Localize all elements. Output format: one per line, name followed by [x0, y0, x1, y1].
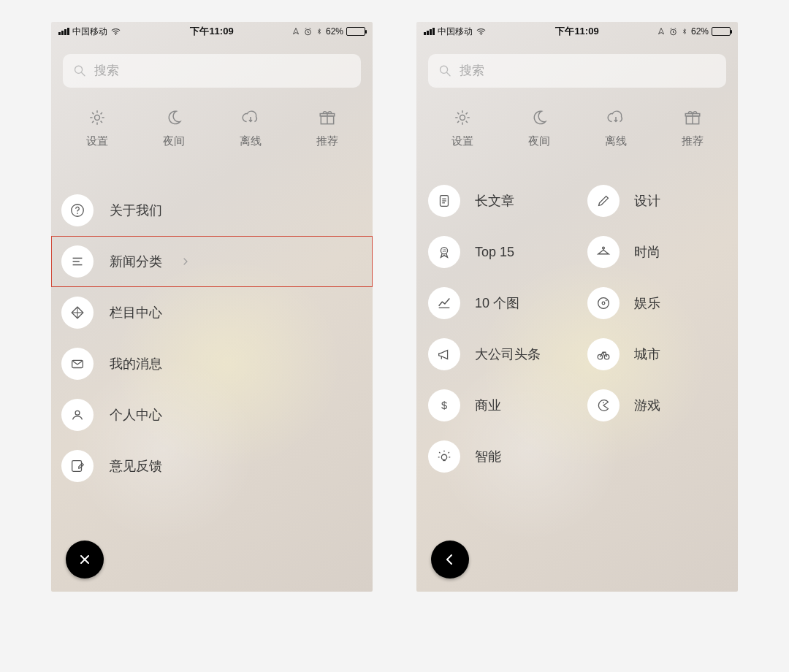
cat-label: 智能 — [475, 448, 501, 465]
cat-long-article[interactable]: 长文章 — [418, 185, 577, 217]
cat-label: Top 15 — [475, 245, 514, 260]
action-label: 推荐 — [316, 134, 338, 148]
action-settings[interactable]: 设置 — [86, 108, 108, 148]
cat-label: 娱乐 — [634, 294, 660, 312]
status-bar: 中国移动 下午11:09 62% — [416, 22, 738, 39]
diamond-icon — [61, 297, 94, 329]
moon-icon — [530, 108, 549, 127]
menu-label: 意见反馈 — [110, 457, 162, 475]
menu-label: 栏目中心 — [110, 304, 162, 321]
list-icon — [61, 245, 94, 278]
menu-label: 新闻分类 — [110, 253, 162, 270]
chevron-left-icon — [441, 551, 459, 568]
menu-columns[interactable]: 栏目中心 — [51, 287, 373, 338]
cat-10pics[interactable]: 10 个图 — [418, 287, 577, 319]
clock: 下午11:09 — [51, 25, 373, 38]
cat-label: 城市 — [634, 345, 660, 363]
close-icon — [76, 551, 94, 568]
menu-label: 个人中心 — [110, 406, 162, 424]
cat-entertainment[interactable]: 娱乐 — [577, 287, 736, 319]
highlight-box — [51, 236, 373, 287]
cat-fashion[interactable]: 时尚 — [577, 236, 736, 268]
cloud-download-icon — [606, 108, 625, 127]
moon-icon — [164, 108, 183, 127]
cat-smart[interactable]: 智能 — [418, 440, 577, 473]
gear-icon — [453, 108, 472, 127]
phone-right: 中国移动 下午11:09 62% 设置 夜间 离线 推荐 — [416, 22, 738, 592]
cloud-download-icon — [241, 108, 260, 127]
bike-icon — [587, 338, 620, 370]
action-label: 离线 — [240, 134, 262, 148]
search-input[interactable] — [94, 64, 351, 78]
search-icon — [438, 64, 452, 78]
action-offline[interactable]: 离线 — [605, 108, 627, 148]
action-label: 离线 — [605, 134, 627, 148]
menu-about[interactable]: 关于我们 — [51, 185, 373, 236]
action-label: 推荐 — [682, 134, 704, 148]
menu-messages[interactable]: 我的消息 — [51, 338, 373, 389]
cat-label: 时尚 — [634, 243, 660, 261]
question-icon — [61, 194, 94, 226]
cat-top15[interactable]: Top 15 — [418, 236, 577, 268]
cat-label: 10 个图 — [475, 294, 519, 312]
cat-label: 长文章 — [475, 192, 514, 210]
pacman-icon — [587, 389, 620, 421]
disc-icon — [587, 287, 620, 319]
cat-game[interactable]: 游戏 — [577, 389, 736, 421]
search-bar[interactable] — [428, 54, 726, 88]
document-icon — [428, 185, 460, 217]
search-input[interactable] — [460, 64, 717, 78]
search-icon — [73, 64, 87, 78]
gear-icon — [88, 108, 107, 127]
clock: 下午11:09 — [416, 25, 738, 38]
dollar-icon — [428, 389, 460, 421]
menu-list: 关于我们 新闻分类 栏目中心 我的消息 个人中心 意见反馈 — [51, 185, 373, 492]
cat-city[interactable]: 城市 — [577, 338, 736, 370]
action-label: 夜间 — [163, 134, 185, 148]
menu-label: 我的消息 — [110, 355, 162, 373]
mail-icon — [61, 348, 94, 380]
action-night[interactable]: 夜间 — [163, 108, 185, 148]
category-grid: 长文章 设计 Top 15 时尚 10 个图 娱乐 大公司头条 城市 — [418, 185, 736, 473]
gift-icon — [318, 108, 337, 127]
hanger-icon — [587, 236, 620, 268]
cat-design[interactable]: 设计 — [577, 185, 736, 217]
quick-actions: 设置 夜间 离线 推荐 — [424, 108, 731, 148]
action-offline[interactable]: 离线 — [240, 108, 262, 148]
action-label: 夜间 — [528, 134, 550, 148]
action-night[interactable]: 夜间 — [528, 108, 550, 148]
menu-profile[interactable]: 个人中心 — [51, 389, 373, 440]
action-recommend[interactable]: 推荐 — [682, 108, 704, 148]
edit-icon — [61, 450, 94, 482]
pencil-icon — [587, 185, 620, 217]
close-button[interactable] — [66, 541, 104, 579]
cat-business[interactable]: 商业 — [418, 389, 577, 421]
chevron-right-icon — [180, 256, 191, 267]
cat-label: 游戏 — [634, 397, 660, 414]
action-settings[interactable]: 设置 — [451, 108, 473, 148]
cat-label: 大公司头条 — [475, 345, 541, 363]
bulb-icon — [428, 440, 460, 473]
action-label: 设置 — [86, 134, 108, 148]
action-label: 设置 — [451, 134, 473, 148]
cat-bigcompany[interactable]: 大公司头条 — [418, 338, 577, 370]
person-icon — [61, 399, 94, 431]
search-bar[interactable] — [63, 54, 361, 88]
back-button[interactable] — [431, 541, 469, 579]
gift-icon — [683, 108, 702, 127]
battery-icon — [346, 27, 365, 36]
action-recommend[interactable]: 推荐 — [316, 108, 338, 148]
quick-actions: 设置 夜间 离线 推荐 — [58, 108, 365, 148]
menu-feedback[interactable]: 意见反馈 — [51, 440, 373, 492]
chart-icon — [428, 287, 460, 319]
phone-left: 中国移动 下午11:09 62% 设置 夜间 离线 推荐 — [51, 22, 373, 592]
cat-label: 设计 — [634, 192, 660, 210]
battery-icon — [712, 27, 731, 36]
status-bar: 中国移动 下午11:09 62% — [51, 22, 373, 39]
badge-icon — [428, 236, 460, 268]
cat-label: 商业 — [475, 397, 501, 414]
menu-label: 关于我们 — [110, 202, 162, 219]
megaphone-icon — [428, 338, 460, 370]
menu-news-categories[interactable]: 新闻分类 — [51, 236, 373, 287]
